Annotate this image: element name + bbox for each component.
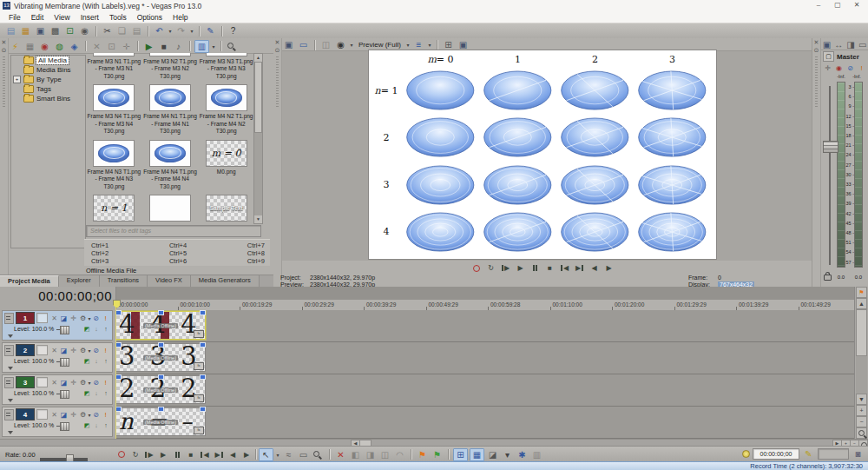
- bypass-motion-blur-icon[interactable]: ✕: [49, 314, 59, 323]
- make-compositing-parent-icon[interactable]: ↑: [102, 389, 110, 397]
- whats-this-help-button[interactable]: ?: [227, 25, 240, 36]
- track-fx-icon[interactable]: ⚙: [78, 378, 88, 387]
- track-header-3[interactable]: 3 ✕◪✛⚙▾⊘! Level: 100.0 % ◩↓↑: [2, 374, 113, 405]
- restore-button[interactable]: ▢: [828, 0, 847, 10]
- track-motion-icon[interactable]: ◪: [59, 378, 69, 387]
- track-name-field[interactable]: [36, 345, 48, 355]
- play-button[interactable]: ▶: [515, 263, 527, 273]
- play-from-start-button[interactable]: ▶: [500, 263, 512, 273]
- event-handle[interactable]: [200, 342, 206, 348]
- event-handle[interactable]: [115, 374, 122, 380]
- tree-expander-icon[interactable]: +: [13, 76, 21, 83]
- track-level-slider[interactable]: [56, 326, 80, 333]
- delete-button[interactable]: ✕: [334, 449, 347, 460]
- trim-start-button[interactable]: ◧: [349, 449, 362, 460]
- insert-bus-button[interactable]: ▣: [821, 39, 832, 50]
- close-button[interactable]: ✕: [847, 0, 866, 10]
- menu-view[interactable]: View: [49, 13, 75, 22]
- media-item[interactable]: n = 1N1.png: [86, 192, 142, 224]
- event-handle[interactable]: [200, 407, 206, 412]
- make-compositing-child-icon[interactable]: ↓: [92, 325, 101, 333]
- preview-quality-button-dropdown[interactable]: ▾: [349, 42, 354, 48]
- track-solo-icon[interactable]: !: [101, 378, 110, 387]
- preview-quality-select[interactable]: Preview (Full): [356, 41, 404, 49]
- insert-region-button[interactable]: ⚑: [431, 449, 444, 460]
- menu-help[interactable]: Help: [168, 13, 193, 22]
- event-handle[interactable]: [158, 374, 164, 380]
- event-handle[interactable]: [158, 407, 164, 412]
- track-automation-chevron[interactable]: [8, 399, 13, 402]
- ignore-event-grouping-button[interactable]: ✱: [516, 449, 529, 460]
- track-pan-icon[interactable]: ✛: [69, 314, 78, 323]
- dock-tab-media-generators[interactable]: Media Generators: [191, 275, 260, 287]
- track-solo-icon[interactable]: !: [101, 346, 110, 355]
- scroll-up-icon[interactable]: ▲: [254, 54, 262, 62]
- marker-t​ool-icon[interactable]: ⚑: [856, 287, 867, 298]
- timeline-event-track3[interactable]: 2 2 2 (Media Offline) fx: [115, 375, 206, 404]
- scroll-down-icon[interactable]: ▼: [856, 394, 867, 405]
- undo-button[interactable]: ↶: [153, 25, 166, 36]
- paste-button[interactable]: ▤: [130, 25, 143, 36]
- composite-mode-icon[interactable]: ◩: [82, 325, 91, 333]
- go-to-start-button[interactable]: ◀: [559, 263, 571, 273]
- menu-insert[interactable]: Insert: [76, 13, 104, 22]
- mixer-dim-button[interactable]: ◨: [845, 39, 857, 50]
- properties-button[interactable]: ▩: [49, 25, 62, 36]
- tags-input[interactable]: Select files to edit tags: [86, 225, 261, 237]
- make-compositing-child-icon[interactable]: ↓: [92, 389, 101, 397]
- track-minimize-button[interactable]: [4, 313, 14, 324]
- bypass-motion-blur-icon[interactable]: ✕: [49, 410, 59, 420]
- auto-ripple-dropdown[interactable]: ▾: [501, 449, 514, 460]
- media-properties-button[interactable]: ⊡: [105, 41, 118, 52]
- media-item[interactable]: Frame M3 N1 T1.png - Frame M3 N1 T30.png: [86, 53, 142, 82]
- preview-quality-button[interactable]: ◉: [334, 39, 347, 50]
- pin-panel-icon[interactable]: ⊙: [812, 46, 820, 54]
- track-pan-icon[interactable]: ✛: [69, 410, 78, 420]
- make-compositing-parent-icon[interactable]: ↑: [102, 357, 110, 365]
- timeline-event-track4[interactable]: n = – (Media Offline) fx: [115, 407, 206, 436]
- track-header-2[interactable]: 2 ✕◪✛⚙▾⊘! Level: 100.0 % ◩↓↑: [2, 342, 113, 373]
- stop-button[interactable]: ■: [544, 263, 556, 273]
- redo-button-dropdown[interactable]: ▾: [189, 28, 194, 34]
- cut-button[interactable]: ✂: [101, 25, 114, 36]
- timeline-vscrollbar[interactable]: [856, 309, 867, 394]
- menu-edit[interactable]: Edit: [26, 13, 49, 22]
- panel-grip[interactable]: ✕⊙: [273, 38, 282, 287]
- copy-snapshot-button[interactable]: ⊞: [442, 39, 455, 50]
- track-level-slider[interactable]: [56, 422, 80, 429]
- go-to-start-button[interactable]: ◀: [199, 450, 211, 460]
- make-compositing-parent-icon[interactable]: ↑: [102, 325, 110, 333]
- capture-video-button[interactable]: ◉: [78, 25, 91, 36]
- get-media-from-web-button[interactable]: ◍: [53, 41, 66, 52]
- import-media-button[interactable]: ⚡: [9, 41, 22, 52]
- bin-tree-item-tags[interactable]: Tags: [11, 84, 85, 94]
- track-lane[interactable]: [115, 310, 855, 342]
- copy-button[interactable]: ❏: [115, 25, 128, 36]
- menu-file[interactable]: File: [3, 13, 26, 22]
- minimize-button[interactable]: –: [809, 0, 828, 10]
- event-handle[interactable]: [115, 407, 122, 412]
- pause-button[interactable]: [529, 263, 542, 273]
- track-level-slider[interactable]: [56, 390, 80, 397]
- event-lock-button[interactable]: ◠: [393, 449, 406, 460]
- bus-mute-button[interactable]: ⊘: [845, 63, 855, 72]
- pin-panel-icon[interactable]: ⊙: [273, 46, 281, 54]
- track-automation-chevron[interactable]: [8, 431, 13, 434]
- record-button[interactable]: [470, 263, 483, 273]
- master-fader-handle[interactable]: [823, 141, 838, 153]
- dock-tab-transitions[interactable]: Transitions: [100, 275, 148, 287]
- multicamera-button[interactable]: ▥: [530, 449, 543, 460]
- auto-ripple-button[interactable]: ◪: [486, 449, 499, 460]
- scrollbar-thumb[interactable]: [254, 62, 262, 133]
- selection-edit-tool-button[interactable]: ▭: [297, 449, 310, 460]
- event-handle[interactable]: [115, 310, 122, 315]
- pin-panel-icon[interactable]: ⊙: [0, 46, 8, 54]
- media-item[interactable]: Sample TextSony Titles & Text 2: [198, 192, 254, 224]
- track-header-1[interactable]: 1 ✕◪✛⚙▾⊘! Level: 100.0 % ◩↓↑: [2, 310, 113, 341]
- stop-button[interactable]: ■: [185, 450, 197, 460]
- trim-end-button[interactable]: ◨: [364, 449, 377, 460]
- bin-tree-item-media-bins[interactable]: Media Bins: [11, 65, 85, 75]
- envelope-edit-tool-button[interactable]: ≈: [282, 449, 295, 460]
- cursor-time-box[interactable]: 00:00:00;00: [753, 448, 799, 460]
- views-button[interactable]: ▥: [194, 40, 209, 53]
